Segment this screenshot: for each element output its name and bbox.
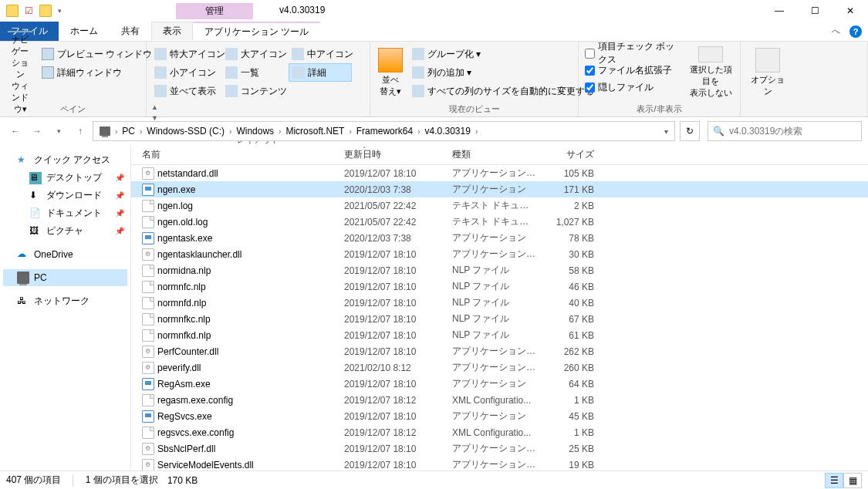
up-button[interactable]: ↑ xyxy=(71,122,90,140)
sort-button[interactable]: 並べ替え▾ xyxy=(375,45,406,100)
maximize-button[interactable]: ☐ xyxy=(797,0,833,22)
sidebar-item-downloads[interactable]: ⬇ダウンロード📌 xyxy=(3,187,127,204)
sidebar-item-documents[interactable]: 📄ドキュメント📌 xyxy=(3,204,127,222)
list-row[interactable]: ngentask.exe2020/12/03 7:38アプリケーション78 KB xyxy=(131,230,868,246)
list-row[interactable]: ngentasklauncher.dll2019/12/07 18:10アプリケ… xyxy=(131,246,868,262)
breadcrumb-item[interactable]: Windows-SSD (C:) xyxy=(144,124,228,138)
group-by-button[interactable]: グループ化 ▾ xyxy=(409,45,597,63)
breadcrumb-root-icon[interactable] xyxy=(96,125,113,137)
file-extensions-toggle[interactable]: ファイル名拡張子 xyxy=(583,62,683,79)
breadcrumb[interactable]: › PC› Windows-SSD (C:)› Windows› Microso… xyxy=(93,121,675,141)
breadcrumb-item[interactable]: PC xyxy=(119,124,138,138)
file-size: 2 KB xyxy=(542,201,600,211)
breadcrumb-item[interactable]: Framework64 xyxy=(353,124,416,138)
layout-scroll-up-icon[interactable]: ▲ xyxy=(151,103,162,111)
details-pane-button[interactable]: 詳細ウィンドウ xyxy=(39,63,155,82)
list-row[interactable]: RegSvcs.exe2019/12/07 18:10アプリケーション45 KB xyxy=(131,408,868,424)
list-row[interactable]: regsvcs.exe.config2019/12/07 18:12XML Co… xyxy=(131,424,868,440)
list-row[interactable]: RegAsm.exe2019/12/07 18:10アプリケーション64 KB xyxy=(131,376,868,392)
navigation-pane-button[interactable]: ナビゲーション ウィンドウ▾ xyxy=(5,45,35,100)
sidebar-item-network[interactable]: 🖧ネットワーク xyxy=(3,292,127,310)
close-button[interactable]: ✕ xyxy=(833,0,868,22)
sidebar-item-onedrive[interactable]: ☁OneDrive xyxy=(3,246,127,263)
share-tab[interactable]: 共有 xyxy=(110,22,151,41)
small-icons-button[interactable]: 小アイコン xyxy=(151,63,219,82)
list-row[interactable]: normnfkc.nlp2019/12/07 18:10NLP ファイル67 K… xyxy=(131,311,868,327)
chevron-right-icon[interactable]: › xyxy=(229,127,231,136)
extra-large-icons-button[interactable]: 特大アイコン xyxy=(151,45,219,63)
file-date: 2019/12/07 18:10 xyxy=(338,314,446,325)
file-list: ˄ 名前 更新日時 種類 サイズ netstandard.dll2019/12/… xyxy=(131,145,868,486)
list-view-button[interactable]: 一覧 xyxy=(222,63,285,82)
breadcrumb-item[interactable]: Microsoft.NET xyxy=(282,124,347,138)
breadcrumb-item[interactable]: Windows xyxy=(233,124,277,138)
content-view-button[interactable]: コンテンツ xyxy=(222,82,285,100)
forward-button[interactable]: → xyxy=(28,122,46,140)
refresh-button[interactable]: ↻ xyxy=(680,121,700,141)
details-view-toggle[interactable]: ☰ xyxy=(825,473,843,488)
search-box[interactable]: 🔍 v4.0.30319の検索 xyxy=(708,121,862,141)
list-row[interactable]: regasm.exe.config2019/12/07 18:12XML Con… xyxy=(131,392,868,408)
list-body[interactable]: netstandard.dll2019/12/07 18:10アプリケーション拡… xyxy=(131,165,868,486)
file-date: 2019/12/07 18:10 xyxy=(338,346,446,357)
list-row[interactable]: ngen.log2021/05/07 22:42テキスト ドキュメント2 KB xyxy=(131,197,868,214)
file-name: ngentasklauncher.dll xyxy=(157,249,241,260)
file-date: 2019/12/07 18:10 xyxy=(338,443,446,454)
help-icon[interactable]: ? xyxy=(849,25,862,38)
hidden-items-toggle[interactable]: 隠しファイル xyxy=(583,79,683,96)
sidebar-item-desktop[interactable]: 🖥デスクトップ📌 xyxy=(3,169,127,187)
large-icons-button[interactable]: 大アイコン xyxy=(222,45,285,63)
list-row[interactable]: PerfCounter.dll2019/12/07 18:10アプリケーション拡… xyxy=(131,343,868,359)
list-row[interactable]: normnfd.nlp2019/12/07 18:10NLP ファイル40 KB xyxy=(131,295,868,311)
list-row[interactable]: ngen.exe2020/12/03 7:38アプリケーション171 KB xyxy=(131,181,868,197)
breadcrumb-dropdown-icon[interactable]: ▾ xyxy=(664,127,671,136)
home-tab[interactable]: ホーム xyxy=(59,22,110,41)
chevron-right-icon[interactable]: › xyxy=(140,127,142,136)
column-header-type[interactable]: 種類 xyxy=(446,145,542,164)
sidebar-item-quick-access[interactable]: ★クイック アクセス xyxy=(3,151,127,169)
back-button[interactable]: ← xyxy=(6,122,25,140)
preview-pane-icon xyxy=(42,48,54,60)
file-date: 2019/12/07 18:10 xyxy=(338,282,446,292)
item-checkboxes-toggle[interactable]: 項目チェック ボックス xyxy=(583,45,683,62)
size-all-columns-button[interactable]: すべての列のサイズを自動的に変更する xyxy=(409,82,597,100)
documents-icon: 📄 xyxy=(29,207,42,220)
navigation-pane[interactable]: ★クイック アクセス 🖥デスクトップ📌 ⬇ダウンロード📌 📄ドキュメント📌 🖼ピ… xyxy=(0,145,131,486)
breadcrumb-item[interactable]: v4.0.30319 xyxy=(421,124,473,138)
file-date: 2021/05/07 22:42 xyxy=(338,201,446,211)
chevron-right-icon[interactable]: › xyxy=(475,127,478,136)
minimize-button[interactable]: — xyxy=(762,0,797,22)
options-button[interactable]: オプション xyxy=(745,45,790,100)
column-header-size[interactable]: サイズ xyxy=(542,145,600,164)
sidebar-item-pc[interactable]: PC xyxy=(3,269,127,286)
app-tools-tab[interactable]: アプリケーション ツール xyxy=(193,22,320,41)
hide-selected-button[interactable]: 選択した項目を 表示しない xyxy=(686,45,735,100)
list-row[interactable]: netstandard.dll2019/12/07 18:10アプリケーション拡… xyxy=(131,165,868,181)
collapse-ribbon-icon[interactable]: へ xyxy=(832,25,840,37)
sidebar-item-pictures[interactable]: 🖼ピクチャ📌 xyxy=(3,222,127,240)
list-row[interactable]: ngen.old.log2021/05/07 22:42テキスト ドキュメント1… xyxy=(131,214,868,230)
list-row[interactable]: normnfc.nlp2019/12/07 18:10NLP ファイル46 KB xyxy=(131,278,868,295)
chevron-right-icon[interactable]: › xyxy=(115,127,117,136)
column-header-date[interactable]: 更新日時 xyxy=(338,145,446,164)
list-row[interactable]: SbsNclPerf.dll2019/12/07 18:10アプリケーション拡張… xyxy=(131,440,868,457)
thumbnails-view-toggle[interactable]: ▦ xyxy=(843,473,862,488)
tiles-view-button[interactable]: 並べて表示 xyxy=(151,82,219,100)
list-row[interactable]: peverify.dll2021/02/10 8:12アプリケーション拡張260… xyxy=(131,359,868,376)
list-row[interactable]: normnfkd.nlp2019/12/07 18:10NLP ファイル61 K… xyxy=(131,327,868,343)
view-tab[interactable]: 表示 xyxy=(151,22,193,41)
list-row[interactable]: normidna.nlp2019/12/07 18:10NLP ファイル58 K… xyxy=(131,262,868,278)
details-view-button[interactable]: 詳細 xyxy=(289,63,352,82)
checkbox-icon[interactable]: ☑ xyxy=(25,5,33,16)
file-name: normnfkc.nlp xyxy=(157,314,211,325)
add-columns-button[interactable]: 列の追加 ▾ xyxy=(409,63,597,82)
column-header-name[interactable]: 名前 xyxy=(136,145,338,164)
chevron-right-icon[interactable]: › xyxy=(279,127,281,136)
chevron-right-icon[interactable]: › xyxy=(417,127,420,136)
qat-dropdown-icon[interactable]: ▾ xyxy=(58,7,62,15)
history-dropdown-icon[interactable]: ▾ xyxy=(49,122,68,140)
file-name: ServiceModelEvents.dll xyxy=(157,460,254,470)
preview-pane-button[interactable]: プレビュー ウィンドウ xyxy=(39,45,155,63)
chevron-right-icon[interactable]: › xyxy=(349,127,351,136)
medium-icons-button[interactable]: 中アイコン xyxy=(289,45,352,63)
